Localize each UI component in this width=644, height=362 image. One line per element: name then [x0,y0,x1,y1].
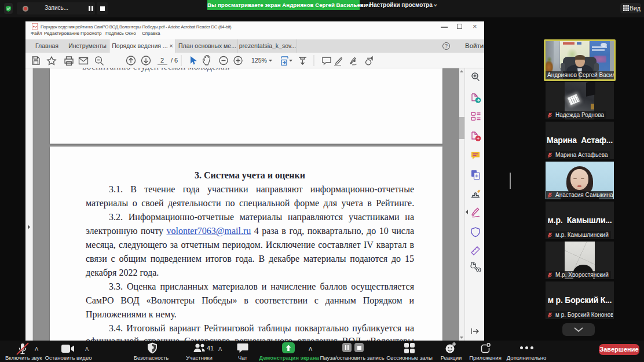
svg-text:125%: 125% [251,57,267,64]
svg-text:/ 6: / 6 [171,57,178,64]
svg-text:2: 2 [160,57,164,64]
